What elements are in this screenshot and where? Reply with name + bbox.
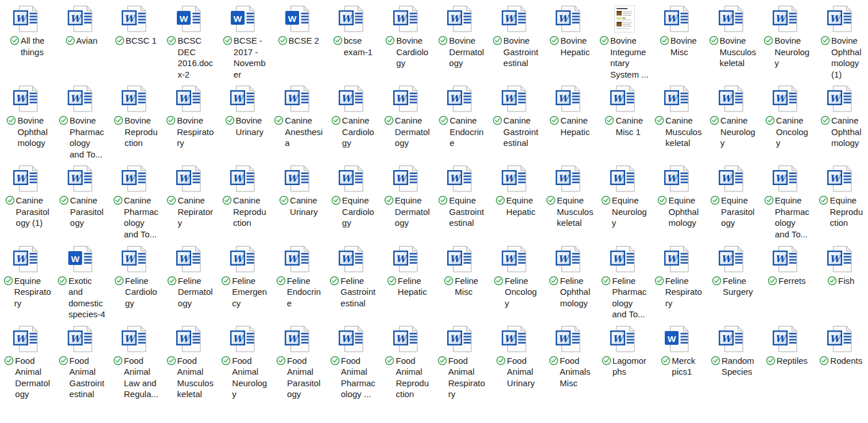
- file-item[interactable]: W EquineReproduction: [814, 165, 868, 245]
- file-item[interactable]: W FoodAnimalGastrointestinal: [55, 325, 109, 405]
- file-item[interactable]: W BovineHepatic: [542, 5, 597, 85]
- file-item[interactable]: W Fish: [814, 245, 868, 325]
- file-item[interactable]: W FoodAnimalsMisc: [542, 325, 597, 405]
- file-item[interactable]: W BovineReproduction: [108, 85, 163, 165]
- file-item[interactable]: W BCSCDEC2016.docx-2: [163, 5, 218, 85]
- sync-status-badge: [223, 36, 232, 45]
- file-item[interactable]: W CanineAnesthesia: [272, 85, 326, 165]
- file-item[interactable]: W BovineDermatology: [434, 5, 489, 85]
- file-item[interactable]: W FelineHepatic: [380, 245, 435, 325]
- file-item[interactable]: W BovineOphthalmology: [0, 85, 55, 165]
- file-item[interactable]: W FoodAnimalRespiratory: [434, 325, 489, 405]
- file-item[interactable]: W FoodAnimalNeurology: [217, 325, 272, 405]
- file-item[interactable]: W BCSE 2: [272, 5, 326, 85]
- file-item[interactable]: W FoodAnimalLaw andRegula...: [108, 325, 163, 405]
- file-item[interactable]: W BovineOphthalmology(1): [814, 5, 868, 85]
- file-item[interactable]: W EquineDermatology: [380, 165, 435, 245]
- word-document-icon: W: [393, 245, 421, 273]
- file-item[interactable]: W FoodAnimalUrinary: [489, 325, 543, 405]
- file-item[interactable]: W Merckpics1: [651, 325, 706, 405]
- word-document-icon: W: [718, 325, 747, 353]
- file-item[interactable]: W EquineCardiology: [326, 165, 380, 245]
- file-label: FoodAnimalDermatology: [4, 355, 50, 400]
- file-item[interactable]: W bcseexam-1: [326, 5, 380, 85]
- file-name-line: ogy (1): [16, 217, 49, 229]
- file-item[interactable]: W CanineEndocrine: [434, 85, 489, 165]
- file-item[interactable]: W BCSE -2017 -November: [217, 5, 272, 85]
- file-item[interactable]: W CanineUrinary: [272, 165, 326, 245]
- file-item[interactable]: W EquineMusculoskeletal: [542, 165, 597, 245]
- file-item[interactable]: W All thethings: [0, 5, 55, 85]
- file-item[interactable]: W EquinePharmacologyand To...: [760, 165, 814, 245]
- file-item[interactable]: W BovineMusculoskeletal: [706, 5, 760, 85]
- file-item[interactable]: W FoodAnimalPharmacology ...: [326, 325, 380, 405]
- file-item[interactable]: W BovineCardiology: [380, 5, 435, 85]
- file-item[interactable]: W CanineReproduction: [217, 165, 272, 245]
- file-item[interactable]: W FoodAnimalMusculoskeletal: [163, 325, 218, 405]
- sync-status-badge: [654, 116, 664, 125]
- file-item[interactable]: W FelineCardiology: [108, 245, 163, 325]
- file-item[interactable]: W EquineGastrointestinal: [434, 165, 489, 245]
- file-item[interactable]: W Rodents: [814, 325, 868, 405]
- file-name: CanineParasitology: [70, 195, 103, 229]
- file-item[interactable]: W Lagomorphs: [597, 325, 652, 405]
- file-item[interactable]: W CanineParasitology (1): [0, 165, 55, 245]
- file-item[interactable]: W Reptiles: [760, 325, 814, 405]
- file-name-line: Feline: [340, 275, 375, 287]
- file-item[interactable]: W FoodAnimalDermatology: [0, 325, 55, 405]
- file-item[interactable]: W CanineMisc 1: [597, 85, 652, 165]
- file-icon: W: [230, 325, 258, 353]
- file-item[interactable]: W FelineEmergency: [217, 245, 272, 325]
- file-item[interactable]: W FelinePharmacologyand To...: [597, 245, 652, 325]
- file-item[interactable]: W FelineDermatology: [163, 245, 218, 325]
- file-item[interactable]: W EquineRespiratory: [0, 245, 55, 325]
- file-item[interactable]: W Ferrets: [760, 245, 814, 325]
- file-item[interactable]: W FelineSurgery: [706, 245, 760, 325]
- file-item[interactable]: W BovineMisc: [651, 5, 706, 85]
- file-item[interactable]: W EquineParasitology: [706, 165, 760, 245]
- file-item[interactable]: W EquineOphthalmology: [651, 165, 706, 245]
- file-item[interactable]: W BovineUrinary: [217, 85, 272, 165]
- file-name-line: Bovine: [831, 35, 862, 47]
- file-item[interactable]: W CanineNeurology: [706, 85, 760, 165]
- file-item[interactable]: W CanineGastrointestinal: [489, 85, 543, 165]
- file-item[interactable]: W EquineHepatic: [489, 165, 543, 245]
- word-document-icon: W: [555, 245, 584, 273]
- file-item[interactable]: W FelineOphthalmology: [542, 245, 597, 325]
- file-item[interactable]: W CanineOphthalmology: [814, 85, 868, 165]
- file-item[interactable]: W BCSC 1: [108, 5, 163, 85]
- file-name: CaninePharmacologyand To...: [124, 195, 158, 240]
- file-item[interactable]: W CanineParasitology: [55, 165, 109, 245]
- file-item[interactable]: W FoodAnimalParasitology: [272, 325, 326, 405]
- file-item[interactable]: W BovineGastrointestinal: [489, 5, 543, 85]
- file-item[interactable]: W FelineRespiratory: [651, 245, 706, 325]
- onedrive-synced-icon: [768, 276, 777, 286]
- file-item[interactable]: W CanineCardiology: [326, 85, 380, 165]
- file-item[interactable]: W FelineOncology: [489, 245, 543, 325]
- sync-status-badge: [601, 195, 611, 205]
- file-name-line: Hepatic: [398, 286, 427, 298]
- file-name-line: Gastroint: [449, 206, 484, 218]
- file-item[interactable]: W FoodAnimalReproduction: [380, 325, 435, 405]
- file-item[interactable]: W CanineMusculoskeletal: [651, 85, 706, 165]
- file-item[interactable]: W FelineEndocrine: [272, 245, 326, 325]
- file-item[interactable]: W BovineRespiratory: [163, 85, 218, 165]
- file-item[interactable]: BovineIntegumentarySystem ...: [597, 5, 652, 85]
- file-item[interactable]: W Exoticanddomesticspecies-4: [55, 245, 109, 325]
- file-item[interactable]: W CaninePharmacologyand To...: [108, 165, 163, 245]
- file-item[interactable]: W CanineOncology: [760, 85, 814, 165]
- file-item[interactable]: W FelineMisc: [434, 245, 489, 325]
- onedrive-synced-icon: [439, 116, 448, 125]
- file-item[interactable]: W CanineDermatology: [380, 85, 435, 165]
- file-item[interactable]: W BovineNeurology: [760, 5, 814, 85]
- file-item[interactable]: W EquineNeurology: [597, 165, 652, 245]
- file-name-line: Animal: [507, 366, 534, 378]
- file-item[interactable]: W BovinePharmacologyand To...: [55, 85, 109, 165]
- file-item[interactable]: W CanineRepiratory: [163, 165, 218, 245]
- file-label: CanineCardiology: [331, 115, 374, 149]
- file-item[interactable]: W FelineGastrointestinal: [326, 245, 380, 325]
- word-document-icon: W: [827, 165, 855, 193]
- file-item[interactable]: W Avian: [55, 5, 109, 85]
- file-item[interactable]: W RandomSpecies: [706, 325, 760, 405]
- file-item[interactable]: W CanineHepatic: [542, 85, 597, 165]
